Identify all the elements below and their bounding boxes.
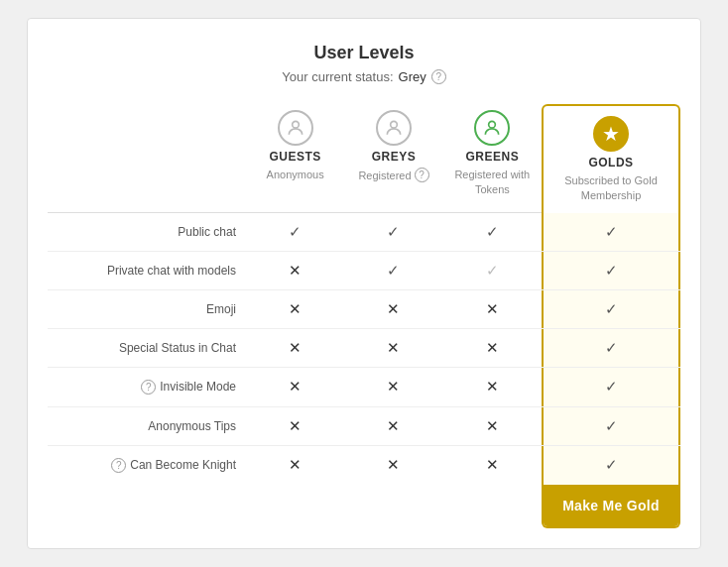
- col-header-guests: GUESTS Anonymous: [246, 104, 344, 212]
- table-row: Private chat with models ✕ ✓ ✓ ✓: [48, 252, 680, 290]
- status-label: Your current status:: [282, 69, 393, 84]
- status-line: Your current status: Grey ?: [48, 69, 680, 84]
- cell-golds: ✓: [542, 446, 680, 485]
- cell-greys: ✓: [344, 252, 442, 289]
- cell-golds: ✓: [542, 368, 680, 406]
- cell-greys: ✓: [344, 213, 442, 251]
- guests-icon: [278, 110, 313, 146]
- cell-greys: ✕: [344, 290, 442, 328]
- row-label: ?Invisible Mode: [48, 368, 246, 406]
- cell-guests: ✓: [246, 213, 344, 251]
- col-header-golds: ★ GOLDS Subscribed to Gold Membership: [542, 104, 680, 212]
- cell-greys: ✕: [344, 407, 442, 445]
- cell-golds: ✓: [542, 213, 680, 251]
- cell-greens: ✕: [443, 407, 542, 445]
- table-row: ?Can Become Knight ✕ ✕ ✕ ✓: [48, 446, 680, 485]
- cell-greens: ✕: [443, 446, 542, 485]
- cell-greys: ✕: [344, 368, 442, 406]
- svg-point-0: [292, 122, 299, 129]
- row-label: Special Status in Chat: [48, 329, 246, 367]
- table-row: Special Status in Chat ✕ ✕ ✕ ✓: [48, 329, 680, 368]
- cell-greens: ✕: [443, 290, 542, 328]
- row-label: Anonymous Tips: [48, 407, 246, 445]
- row-label: Emoji: [48, 290, 246, 328]
- cell-greens: ✓: [443, 252, 542, 289]
- table-row: ?Invisible Mode ✕ ✕ ✕ ✓: [48, 368, 680, 407]
- row-label: ?Can Become Knight: [48, 446, 246, 485]
- col-header-greys: GREYS Registered ?: [344, 104, 442, 212]
- cell-greens: ✓: [443, 213, 542, 251]
- greys-help-icon[interactable]: ?: [415, 168, 429, 182]
- cell-greens: ✕: [443, 368, 542, 406]
- cell-golds: ✓: [542, 252, 680, 289]
- cell-golds: ✓: [542, 290, 680, 328]
- rows-container: Public chat ✓ ✓ ✓ ✓ Private chat with mo…: [48, 213, 680, 485]
- greys-icon: [376, 110, 412, 146]
- cell-greys: ✕: [344, 446, 442, 485]
- golds-icon: ★: [593, 116, 629, 152]
- row-help-icon[interactable]: ?: [141, 380, 156, 395]
- golds-col-sub: Subscribed to Gold Membership: [547, 173, 674, 202]
- cell-guests: ✕: [246, 446, 344, 485]
- table-row: Emoji ✕ ✕ ✕ ✓: [48, 290, 680, 329]
- cell-golds: ✓: [542, 329, 680, 367]
- row-label: Public chat: [48, 213, 246, 251]
- cell-greens: ✕: [443, 329, 542, 367]
- greens-col-sub: Registered with Tokens: [447, 168, 538, 196]
- make-gold-wrapper: Make Me Gold: [542, 485, 680, 528]
- page-title: User Levels: [48, 43, 680, 63]
- greys-col-sub: Registered ?: [358, 168, 428, 182]
- status-value: Grey: [399, 69, 426, 84]
- svg-point-2: [489, 122, 496, 129]
- greens-col-name: GREENS: [465, 150, 519, 164]
- table-row: Public chat ✓ ✓ ✓ ✓: [48, 213, 680, 252]
- cell-guests: ✕: [246, 407, 344, 445]
- footer-row: Make Me Gold: [48, 485, 680, 528]
- status-help-icon[interactable]: ?: [431, 69, 446, 84]
- cell-guests: ✕: [246, 329, 344, 367]
- greys-col-name: GREYS: [372, 150, 417, 164]
- guests-col-name: GUESTS: [269, 150, 320, 164]
- golds-col-name: GOLDS: [588, 156, 633, 170]
- row-label: Private chat with models: [48, 252, 246, 289]
- cell-guests: ✕: [246, 368, 344, 406]
- guests-col-sub: Anonymous: [267, 168, 324, 181]
- user-levels-card: User Levels Your current status: Grey ? …: [27, 18, 701, 549]
- row-help-icon[interactable]: ?: [111, 458, 126, 473]
- make-gold-button[interactable]: Make Me Gold: [544, 485, 678, 526]
- cell-golds: ✓: [542, 407, 680, 445]
- table-row: Anonymous Tips ✕ ✕ ✕ ✓: [48, 407, 680, 446]
- greens-icon: [474, 110, 510, 146]
- col-header-empty: [48, 104, 246, 212]
- svg-point-1: [391, 122, 398, 129]
- cell-greys: ✕: [344, 329, 442, 367]
- col-header-greens: GREENS Registered with Tokens: [443, 104, 542, 212]
- levels-table: GUESTS Anonymous GREYS Registered ? GREE…: [48, 104, 680, 528]
- column-headers: GUESTS Anonymous GREYS Registered ? GREE…: [48, 104, 680, 212]
- cell-guests: ✕: [246, 252, 344, 289]
- cell-guests: ✕: [246, 290, 344, 328]
